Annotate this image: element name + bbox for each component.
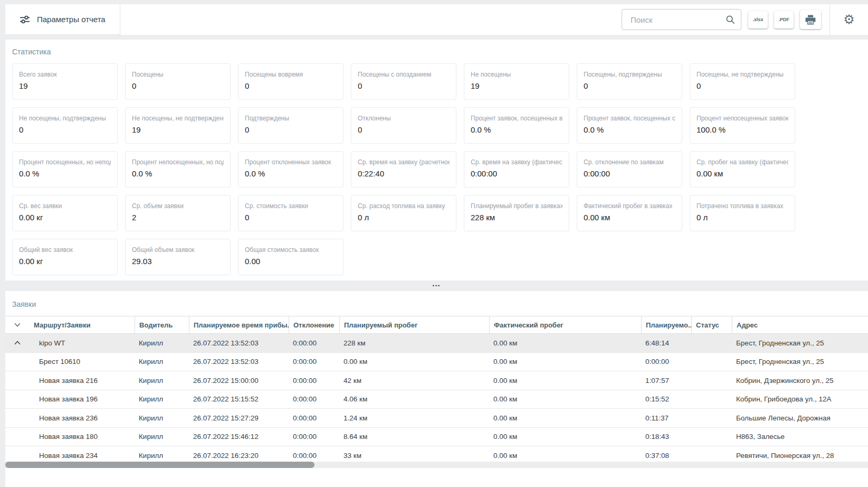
cell-planned-time: 26.07.2022 15:27:29 (189, 414, 289, 422)
table-row[interactable]: Новая заявка 216Кирилл26.07.2022 15:00:0… (5, 371, 868, 390)
stat-card-label: Процент заявок, посещенных в... (471, 115, 562, 122)
stat-card: Ср. время на заявку (расчетное) 0:22:40 (351, 151, 456, 188)
printer-icon (805, 15, 816, 25)
cell-deviation: 0:00:00 (289, 377, 339, 385)
cell-deviation: 0:00:00 (289, 414, 339, 422)
stat-card: Не посещены, не подтверждены 19 (125, 107, 231, 144)
table-row[interactable]: Новая заявка 180Кирилл26.07.2022 15:46:1… (5, 428, 868, 447)
table-row[interactable]: Новая заявка 236Кирилл26.07.2022 15:27:2… (5, 409, 868, 428)
cell-actual-mileage: 0.00 км (489, 339, 641, 347)
stat-card: Общий вес заявок 0.00 кг (12, 239, 118, 275)
stat-card: Процент заявок, посещенных в... 0.0 % (464, 107, 569, 144)
stat-card-value: 19 (19, 81, 111, 90)
stat-card-label: Общий объем заявок (132, 246, 224, 254)
stat-card-label: Ср. объем заявки (132, 202, 224, 210)
stats-grid: Всего заявок 19 Посещены 0 Посещены вовр… (12, 63, 868, 275)
stat-card-value: 0 (132, 81, 224, 90)
print-button[interactable] (800, 10, 821, 29)
report-params-label: Параметры отчета (37, 15, 106, 24)
stat-card: Общий объем заявок 29.03 (125, 239, 231, 275)
stat-card-value: 0 (358, 81, 450, 90)
cell-actual-mileage: 0.00 км (489, 358, 641, 366)
settings-gear-icon[interactable]: ⚙ (830, 13, 868, 26)
cell-planned-time: 26.07.2022 15:46:12 (189, 433, 289, 441)
stat-card: Планируемый пробег в заявках 228 км (464, 195, 569, 231)
column-header-1[interactable]: Водитель (135, 316, 189, 333)
stat-card: Подтверждены 0 (238, 107, 344, 144)
cell-address: Кобрин, Грибоедова ул., 12А (732, 395, 868, 403)
cell-name: Брест 10610 (30, 358, 135, 366)
table-row[interactable]: Брест 10610Кирилл26.07.2022 13:52:030:00… (5, 353, 868, 372)
cell-driver: Кирилл (135, 377, 189, 385)
stat-card: Ср. расход топлива на заявку 0 л (351, 195, 456, 231)
search-icon[interactable] (726, 15, 736, 25)
stat-card-label: Посещены вовремя (245, 71, 337, 78)
column-header-5[interactable]: Фактический пробег (489, 316, 641, 333)
cell-name: Новая заявка 234 (30, 452, 135, 460)
column-header-2[interactable]: Планируемое время прибы... (189, 316, 289, 333)
stat-card: Посещены, подтверждены 0 (577, 63, 682, 100)
stat-card-value: 0.00 км (584, 213, 675, 222)
collapse-all-toggle[interactable] (5, 316, 30, 333)
stat-card-value: 0.00 кг (19, 257, 111, 266)
stat-card: Отклонены 0 (351, 107, 456, 144)
search-input[interactable] (629, 15, 726, 25)
row-collapse-toggle[interactable] (5, 341, 30, 345)
column-header-3[interactable]: Отклонение (289, 316, 339, 333)
stat-card-label: Процент отклоненных заявок (245, 158, 337, 166)
cell-deviation: 0:00:00 (289, 339, 339, 347)
cell-address: Большие Лепесы, Дорожная (732, 414, 868, 422)
cell-address: Ревятичи, Пионерская ул., 28 (732, 452, 868, 460)
panel-resize-handle[interactable]: ••• (5, 280, 868, 291)
column-header-4[interactable]: Планируемый пробег (339, 316, 489, 333)
stat-card-value: 29.03 (132, 257, 224, 266)
stat-card-value: 0:00:00 (471, 169, 562, 178)
stat-card-value: 0 (358, 125, 450, 134)
stat-card-label: Посещены с опозданием (358, 71, 450, 78)
export-xlsx-button[interactable]: .xlsx (748, 11, 768, 29)
cell-planned-duration: 0:37:08 (641, 452, 691, 460)
stat-card: Не посещены 19 (464, 63, 569, 100)
stat-card-value: 0 (584, 81, 675, 90)
table-row[interactable]: kipo WTКирилл26.07.2022 13:52:030:00:002… (5, 334, 868, 353)
stat-card: Потрачено топлива в заявках 0 л (690, 195, 795, 231)
stat-card-value: 0.0 % (132, 169, 224, 178)
column-header-6[interactable]: Планируемо... (641, 316, 691, 333)
stat-card-label: Ср. стоимость заявки (245, 202, 337, 210)
horizontal-scrollbar[interactable] (5, 462, 868, 468)
report-params-button[interactable]: Параметры отчета (5, 4, 120, 35)
cell-planned-time: 26.07.2022 16:23:20 (189, 452, 289, 460)
cell-planned-time: 26.07.2022 15:15:52 (189, 395, 289, 403)
column-header-8[interactable]: Адрес (732, 316, 868, 333)
export-pdf-button[interactable]: .PDF (774, 11, 794, 29)
cell-planned-mileage: 228 км (339, 339, 489, 347)
table-row[interactable]: Новая заявка 196Кирилл26.07.2022 15:15:5… (5, 390, 868, 409)
orders-table-body: kipo WTКирилл26.07.2022 13:52:030:00:002… (5, 334, 868, 465)
cell-planned-duration: 0:00:00 (641, 358, 691, 366)
stat-card-label: Ср. расход топлива на заявку (358, 202, 450, 210)
stat-card: Процент непосещенных заявок 100.0 % (690, 107, 795, 144)
stat-card: Ср. отклонение по заявкам 0:00:00 (577, 151, 682, 188)
stat-card-value: 0.00 (245, 257, 337, 266)
stat-card-value: 0.0 % (19, 169, 111, 178)
chevron-down-icon (14, 323, 21, 327)
stat-card: Ср. объем заявки 2 (125, 195, 231, 231)
column-header-0[interactable]: Маршрут/Заявки (30, 316, 135, 333)
stat-card-label: Процент заявок, посещенных с ... (584, 115, 675, 122)
stat-card-value: 0.00 км (697, 169, 788, 178)
stat-card-label: Ср. отклонение по заявкам (584, 158, 675, 166)
cell-address: Брест, Гродненская ул., 25 (732, 358, 868, 366)
toolbar: Параметры отчета .xlsx .PDF (5, 4, 868, 35)
search-box (622, 9, 741, 30)
tune-icon (20, 14, 30, 25)
stat-card-label: Ср. пробег на заявку (фактичес... (697, 158, 788, 166)
cell-deviation: 0:00:00 (289, 395, 339, 403)
scrollbar-thumb[interactable] (5, 462, 314, 468)
column-header-7[interactable]: Статус (691, 316, 732, 333)
cell-planned-time: 26.07.2022 15:00:00 (189, 377, 289, 385)
stat-card-value: 0 (245, 81, 337, 90)
stat-card-value: 0 (245, 125, 337, 134)
stat-card-value: 0.0 % (245, 169, 337, 178)
stat-card-label: Ср. время на заявку (расчетное) (358, 158, 450, 166)
cell-driver: Кирилл (135, 452, 189, 460)
